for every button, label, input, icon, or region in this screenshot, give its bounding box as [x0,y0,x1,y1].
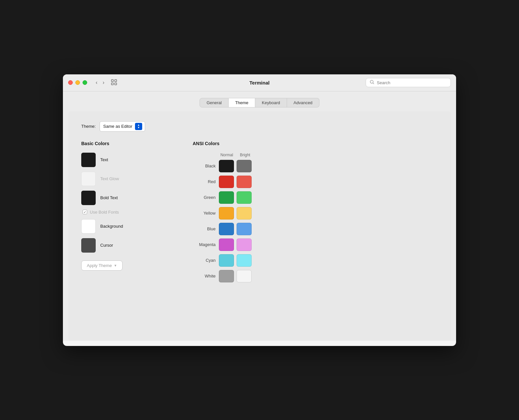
theme-select[interactable]: Same as Editor ▲ ▼ [100,121,145,132]
background-label: Background [100,224,123,229]
ansi-colors-title: ANSI Colors [193,141,438,146]
apply-theme-button[interactable]: Apply Theme ▼ [81,260,123,271]
window-title: Terminal [249,80,269,86]
minimize-button[interactable] [75,80,80,85]
ansi-red-bright-swatch[interactable] [237,176,252,188]
theme-select-value: Same as Editor [103,124,132,129]
ansi-black-bright-swatch[interactable] [237,160,252,172]
use-bold-fonts-row: ✓ Use Bold Fonts [83,210,173,215]
text-label: Text [100,157,108,162]
ansi-row-cyan: Cyan [193,254,438,267]
grid-button[interactable] [109,78,119,87]
ansi-magenta-label: Magenta [193,242,216,247]
ansi-green-label: Green [193,195,216,200]
ansi-green-normal-swatch[interactable] [219,191,234,204]
ansi-black-normal-swatch[interactable] [219,160,234,172]
titlebar: ‹ › Terminal [63,74,456,91]
bold-text-swatch[interactable] [81,191,96,205]
ansi-green-bright-swatch[interactable] [237,191,252,204]
svg-rect-0 [111,80,113,82]
svg-rect-2 [111,83,113,85]
color-row-text-glow: Text Glow [81,172,173,186]
ansi-yellow-normal-swatch[interactable] [219,207,234,220]
text-glow-label: Text Glow [100,176,119,181]
color-row-text: Text [81,153,173,167]
svg-line-5 [373,83,374,84]
forward-button[interactable]: › [101,78,106,87]
ansi-row-green: Green [193,191,438,204]
ansi-blue-label: Blue [193,226,216,231]
color-row-cursor: Cursor [81,238,173,253]
text-swatch[interactable] [81,153,96,167]
ansi-row-red: Red [193,176,438,188]
nav-buttons: ‹ › [94,78,119,87]
ansi-magenta-normal-swatch[interactable] [219,239,234,251]
back-button[interactable]: ‹ [94,78,99,87]
ansi-black-label: Black [193,163,216,168]
ansi-yellow-label: Yellow [193,211,216,216]
tab-theme[interactable]: Theme [229,98,255,107]
apply-theme-chevron-icon: ▼ [114,264,117,267]
content: General Theme Keyboard Advanced Theme: S… [63,91,456,341]
color-row-background: Background [81,219,173,234]
tabs-bar: General Theme Keyboard Advanced [63,91,456,107]
tab-keyboard[interactable]: Keyboard [255,98,287,107]
ansi-white-swatches [219,270,252,282]
ansi-row-yellow: Yellow [193,207,438,220]
ansi-cyan-label: Cyan [193,258,216,263]
theme-row: Theme: Same as Editor ▲ ▼ [81,121,438,132]
ansi-yellow-swatches [219,207,252,220]
basic-colors-title: Basic Colors [81,141,173,146]
svg-rect-1 [115,80,117,82]
ansi-cyan-normal-swatch[interactable] [219,254,234,267]
maximize-button[interactable] [83,80,87,85]
search-input[interactable] [377,80,447,85]
ansi-yellow-bright-swatch[interactable] [237,207,252,220]
ansi-blue-normal-swatch[interactable] [219,223,234,235]
ansi-cyan-bright-swatch[interactable] [237,254,252,267]
search-box[interactable] [366,78,451,87]
terminal-window: ‹ › Terminal [63,74,456,346]
ansi-cyan-swatches [219,254,252,267]
tab-advanced[interactable]: Advanced [287,98,319,107]
ansi-row-white: White [193,270,438,282]
ansi-green-swatches [219,191,252,204]
apply-theme-label: Apply Theme [87,263,112,268]
ansi-magenta-swatches [219,239,252,251]
ansi-row-magenta: Magenta [193,239,438,251]
background-swatch[interactable] [81,219,96,234]
cursor-label: Cursor [100,243,113,248]
close-button[interactable] [68,80,73,85]
use-bold-fonts-checkbox[interactable]: ✓ [83,210,87,214]
ansi-header-row: Normal Bright [193,153,438,157]
ansi-colors-col: ANSI Colors Normal Bright Black [193,141,438,286]
text-glow-swatch[interactable] [81,172,96,186]
color-row-bold-text: Bold Text [81,191,173,205]
ansi-magenta-bright-swatch[interactable] [237,239,252,251]
theme-stepper[interactable]: ▲ ▼ [135,123,142,130]
bold-text-label: Bold Text [100,195,118,200]
theme-label: Theme: [81,124,96,129]
cursor-swatch[interactable] [81,238,96,253]
stepper-arrows: ▲ ▼ [137,124,140,129]
tab-general[interactable]: General [200,98,228,107]
traffic-lights [68,80,87,85]
ansi-red-label: Red [193,179,216,184]
ansi-white-normal-swatch[interactable] [219,270,234,282]
main-content: Theme: Same as Editor ▲ ▼ Basic Colors [68,111,451,341]
ansi-red-swatches [219,176,252,188]
ansi-col-normal-header: Normal [219,153,235,157]
ansi-col-bright-header: Bright [237,153,253,157]
use-bold-fonts-label: Use Bold Fonts [90,210,119,215]
ansi-red-normal-swatch[interactable] [219,176,234,188]
svg-rect-3 [115,83,117,85]
ansi-blue-swatches [219,223,252,235]
ansi-black-swatches [219,160,252,172]
ansi-white-bright-swatch[interactable] [237,270,252,282]
basic-colors-col: Basic Colors Text Text Glow Bold T [81,141,173,286]
search-icon [370,80,374,85]
ansi-blue-bright-swatch[interactable] [237,223,252,235]
ansi-row-blue: Blue [193,223,438,235]
columns-layout: Basic Colors Text Text Glow Bold T [81,141,438,286]
ansi-white-label: White [193,274,216,278]
